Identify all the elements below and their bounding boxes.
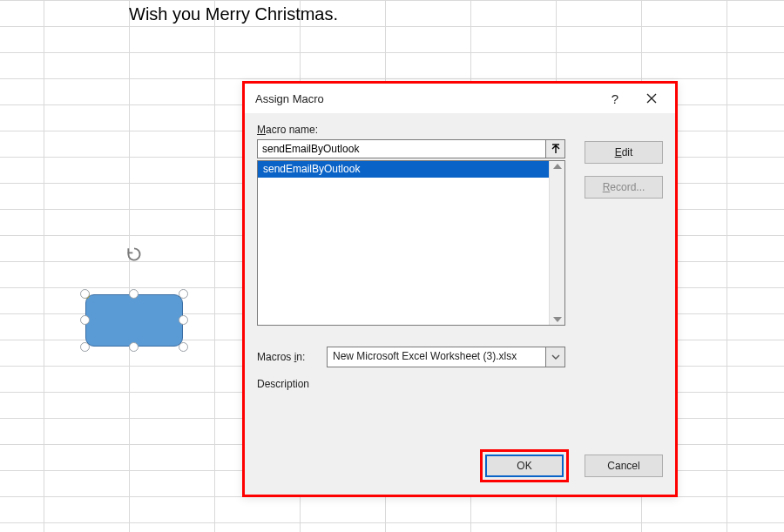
macro-listbox[interactable]: sendEmailByOutlook xyxy=(257,160,565,326)
resize-handle-tm[interactable] xyxy=(129,289,139,299)
resize-handle-br[interactable] xyxy=(179,342,188,352)
listbox-scrollbar[interactable] xyxy=(549,161,564,325)
ok-button[interactable]: OK xyxy=(485,455,564,477)
dialog-titlebar[interactable]: Assign Macro ? xyxy=(245,84,675,113)
resize-handle-tl[interactable] xyxy=(80,289,90,299)
record-button[interactable]: Record... xyxy=(585,176,663,199)
assign-macro-dialog: Assign Macro ? Macro name: xyxy=(242,81,678,497)
resize-handle-tr[interactable] xyxy=(179,289,188,299)
resize-handle-bl[interactable] xyxy=(80,342,90,352)
scroll-down-icon xyxy=(553,317,562,322)
reference-button[interactable] xyxy=(546,139,565,158)
dialog-title: Assign Macro xyxy=(255,92,597,105)
resize-handle-mr[interactable] xyxy=(179,315,188,325)
resize-handle-bm[interactable] xyxy=(129,342,139,352)
resize-handle-ml[interactable] xyxy=(80,315,90,325)
macro-name-input[interactable] xyxy=(257,139,546,158)
combobox-dropdown-button[interactable] xyxy=(546,347,565,367)
macro-list-item[interactable]: sendEmailByOutlook xyxy=(258,161,549,178)
macros-in-combobox[interactable]: New Microsoft Excel Worksheet (3).xlsx xyxy=(327,347,565,367)
scroll-up-icon xyxy=(553,164,562,169)
chevron-down-icon xyxy=(551,354,560,360)
rounded-rectangle-shape[interactable] xyxy=(85,294,183,347)
reference-icon xyxy=(551,144,561,154)
help-button[interactable]: ? xyxy=(597,86,633,111)
inserted-shape[interactable] xyxy=(85,294,183,347)
macro-name-label: Macro name: xyxy=(257,124,565,136)
edit-button[interactable]: Edit xyxy=(585,141,663,164)
close-button[interactable] xyxy=(633,86,670,111)
cancel-button[interactable]: Cancel xyxy=(585,455,663,477)
macros-in-value: New Microsoft Excel Worksheet (3).xlsx xyxy=(327,347,546,367)
macros-in-label: Macros in: xyxy=(257,351,318,363)
close-icon xyxy=(646,93,657,104)
cell-a1-text: Wish you Merry Christmas. xyxy=(129,4,338,24)
rotate-handle[interactable] xyxy=(125,246,143,263)
description-label: Description xyxy=(257,378,565,390)
ok-highlight: OK xyxy=(480,449,569,482)
